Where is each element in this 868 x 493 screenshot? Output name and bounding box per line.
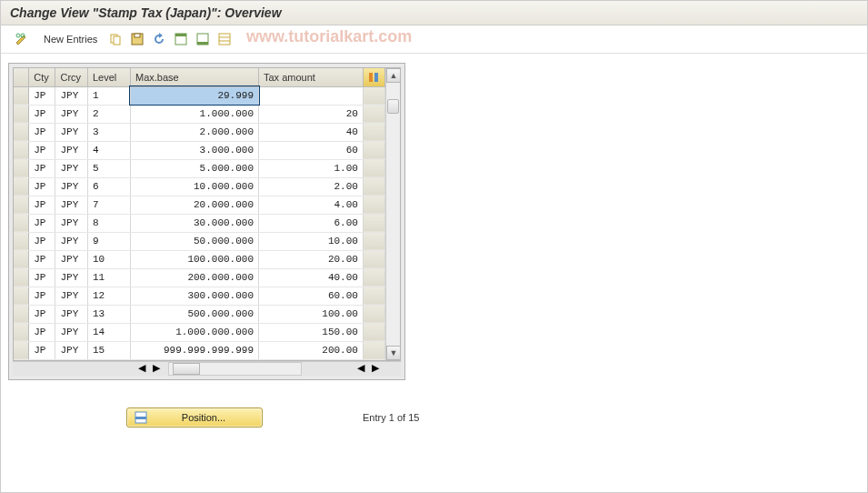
select-all-button[interactable] [171,30,191,48]
cell-cty[interactable]: JP [29,159,55,177]
cell-level[interactable]: 12 [87,287,130,305]
row-header[interactable] [14,341,29,359]
cell-taxamount[interactable]: 20.00 [259,250,364,268]
vertical-scrollbar[interactable]: ▲ ▼ [385,68,400,360]
cell-crcy[interactable]: JPY [55,341,88,359]
cell-cty[interactable]: JP [29,105,55,123]
change-mode-button[interactable] [8,30,35,48]
cell-taxamount[interactable]: 10.00 [259,232,364,250]
cell-maxbase[interactable]: 20.000.000 [130,196,258,214]
cell-level[interactable]: 8 [87,214,130,232]
cell-cty[interactable]: JP [29,86,55,105]
undo-button[interactable] [149,30,169,48]
position-button[interactable]: Position... [126,407,263,428]
cell-maxbase[interactable]: 999.999.999.999 [130,341,258,359]
cell-level[interactable]: 11 [87,268,130,287]
copy-button[interactable] [105,30,125,48]
cell-crcy[interactable]: JPY [55,177,88,196]
cell-crcy[interactable]: JPY [55,287,88,305]
cell-taxamount[interactable]: 40.00 [259,268,364,287]
cell-cty[interactable]: JP [29,341,55,359]
cell-crcy[interactable]: JPY [55,250,88,268]
cell-cty[interactable]: JP [29,305,55,323]
row-select-all[interactable] [14,68,29,86]
cell-taxamount[interactable]: 100.00 [259,305,364,323]
cell-level[interactable]: 15 [87,341,130,359]
cell-level[interactable]: 3 [87,123,130,141]
row-header[interactable] [14,177,29,196]
cell-maxbase[interactable]: 29.999 [130,86,258,105]
cell-cty[interactable]: JP [29,177,55,196]
cell-cty[interactable]: JP [29,323,55,341]
cell-cty[interactable]: JP [29,250,55,268]
new-entries-button[interactable]: New Entries [37,30,104,48]
cell-taxamount[interactable]: 150.00 [259,323,364,341]
cell-maxbase[interactable]: 2.000.000 [130,123,258,141]
cell-level[interactable]: 4 [87,141,130,159]
cell-crcy[interactable]: JPY [55,214,88,232]
cell-level[interactable]: 2 [87,105,130,123]
cell-crcy[interactable]: JPY [55,86,88,105]
col-header-crcy[interactable]: Crcy [55,68,88,86]
cell-taxamount[interactable]: 6.00 [259,214,364,232]
cell-taxamount[interactable]: 4.00 [259,196,364,214]
cell-taxamount[interactable] [259,86,364,105]
hscroll-left-1[interactable]: ◀ [138,362,153,376]
cell-cty[interactable]: JP [29,141,55,159]
cell-taxamount[interactable]: 200.00 [259,341,364,359]
cell-crcy[interactable]: JPY [55,305,88,323]
col-header-cty[interactable]: Cty [29,68,55,86]
cell-level[interactable]: 9 [87,232,130,250]
row-header[interactable] [14,159,29,177]
cell-cty[interactable]: JP [29,123,55,141]
row-header[interactable] [14,305,29,323]
cell-taxamount[interactable]: 2.00 [259,177,364,196]
cell-crcy[interactable]: JPY [55,159,88,177]
cell-maxbase[interactable]: 3.000.000 [130,141,258,159]
cell-level[interactable]: 10 [87,250,130,268]
cell-maxbase[interactable]: 300.000.000 [130,287,258,305]
cell-level[interactable]: 7 [87,196,130,214]
row-header[interactable] [14,232,29,250]
cell-maxbase[interactable]: 500.000.000 [130,305,258,323]
row-header[interactable] [14,123,29,141]
row-header[interactable] [14,141,29,159]
cell-crcy[interactable]: JPY [55,123,88,141]
row-header[interactable] [14,323,29,341]
col-header-maxbase[interactable]: Max.base [130,68,258,86]
col-header-level[interactable]: Level [87,68,130,86]
cell-crcy[interactable]: JPY [55,141,88,159]
cell-crcy[interactable]: JPY [55,323,88,341]
cell-crcy[interactable]: JPY [55,268,88,287]
cell-cty[interactable]: JP [29,196,55,214]
cell-crcy[interactable]: JPY [55,196,88,214]
row-header[interactable] [14,268,29,287]
cell-crcy[interactable]: JPY [55,105,88,123]
cell-maxbase[interactable]: 50.000.000 [130,232,258,250]
cell-level[interactable]: 13 [87,305,130,323]
cell-taxamount[interactable]: 60.00 [259,287,364,305]
cell-maxbase[interactable]: 100.000.000 [130,250,258,268]
hscroll-right-1[interactable]: ▶ [153,362,167,376]
cell-level[interactable]: 14 [87,323,130,341]
col-header-taxamount[interactable]: Tax amount [259,68,364,86]
row-header[interactable] [14,214,29,232]
cell-cty[interactable]: JP [29,214,55,232]
row-header[interactable] [14,196,29,214]
hscroll-thumb[interactable] [173,363,200,375]
cell-level[interactable]: 5 [87,159,130,177]
row-header[interactable] [14,105,29,123]
cell-maxbase[interactable]: 10.000.000 [130,177,258,196]
scroll-thumb[interactable] [387,99,399,114]
hscroll-left-2[interactable]: ◀ [357,362,372,376]
row-header[interactable] [14,287,29,305]
cell-level[interactable]: 6 [87,177,130,196]
cell-taxamount[interactable]: 20 [259,105,364,123]
cell-maxbase[interactable]: 5.000.000 [130,159,258,177]
scroll-track[interactable] [386,83,400,346]
cell-cty[interactable]: JP [29,268,55,287]
cell-taxamount[interactable]: 40 [259,123,364,141]
data-grid[interactable]: Cty Crcy Level Max.base Tax amount JPJPY… [13,67,401,361]
cell-level[interactable]: 1 [87,86,130,105]
row-header[interactable] [14,250,29,268]
